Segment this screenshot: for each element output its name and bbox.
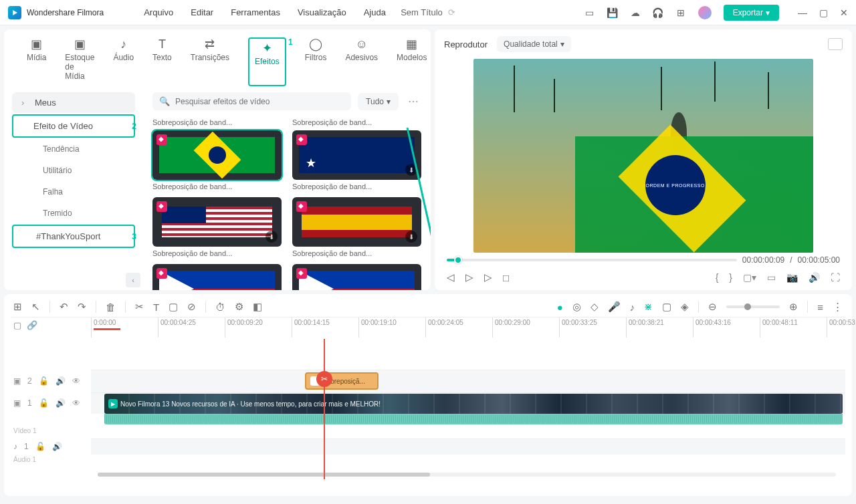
menu-file[interactable]: Arquivo	[144, 7, 173, 17]
zoom-out-icon[interactable]: ⊖	[708, 301, 717, 313]
speed-icon[interactable]: ⏱	[215, 301, 225, 313]
audio-track-icon[interactable]: ♪	[13, 442, 17, 451]
next-frame-button[interactable]: ▷	[465, 271, 473, 283]
play-button[interactable]: ▷	[484, 271, 492, 283]
apps-icon[interactable]: ⊞	[675, 7, 686, 18]
effect-card-spain[interactable]: ⬇ Sobreposição de band...	[292, 197, 421, 261]
marker-icon[interactable]: ◈	[681, 301, 689, 313]
mute-icon[interactable]: 🔊	[56, 376, 66, 386]
timeline-ruler[interactable]: 0:00:00 00:00:04:25 00:00:09:20 00:00:14…	[91, 318, 845, 338]
mute-icon[interactable]: 🔊	[56, 398, 66, 408]
grid-icon[interactable]: ⊞	[13, 301, 22, 313]
playhead[interactable]: ✂	[324, 339, 325, 479]
headphones-icon[interactable]: 🎧	[653, 7, 663, 18]
video-clip[interactable]: ▶ Novo Filmora 13 Novos recursos de IA ·…	[104, 394, 843, 414]
music-icon[interactable]: ♪	[630, 301, 635, 313]
user-avatar[interactable]	[698, 6, 712, 19]
search-input[interactable]	[175, 97, 344, 106]
camera-icon[interactable]: 📷	[786, 272, 798, 283]
snap-icon[interactable]: ⋇	[644, 301, 653, 313]
split-icon[interactable]: ✂	[316, 371, 332, 387]
stop-button[interactable]: □	[503, 272, 509, 283]
video-preview[interactable]	[473, 59, 813, 253]
more-menu[interactable]: ⋯	[405, 95, 421, 108]
prev-frame-button[interactable]: ◁	[447, 271, 455, 283]
bracket-open-icon[interactable]: {	[716, 272, 719, 283]
ratio-icon[interactable]: ▢▾	[743, 272, 756, 283]
target-icon[interactable]: ◎	[572, 301, 581, 313]
tab-audio[interactable]: ♪Áudio	[113, 37, 134, 86]
sidebar-video-effect[interactable]: Efeito de Vídeo 2	[12, 114, 135, 138]
undo-icon[interactable]: ↶	[60, 301, 68, 313]
zoom-slider[interactable]	[726, 305, 780, 308]
save-icon[interactable]: 💾	[607, 7, 618, 18]
menu-view[interactable]: Visualização	[298, 7, 346, 17]
link-track-icon[interactable]: 🔗	[27, 320, 37, 330]
redo-icon[interactable]: ↷	[78, 301, 86, 313]
pointer-icon[interactable]: ↖	[31, 301, 40, 313]
settings-icon[interactable]: ⋮	[833, 301, 843, 313]
effect-card-ph1[interactable]: ⬇	[152, 264, 282, 290]
audio-waveform[interactable]	[104, 414, 843, 424]
sidebar-utility[interactable]: Utilitário	[12, 160, 135, 180]
menu-edit[interactable]: Editar	[191, 7, 213, 17]
effect-card-usa[interactable]: ⬇ Sobreposição de band...	[152, 197, 282, 261]
cut-icon[interactable]: ✂	[135, 301, 144, 313]
download-icon[interactable]: ⬇	[405, 231, 417, 243]
tab-stock[interactable]: ▣Estoque de Mídia	[65, 37, 94, 86]
link-icon[interactable]: ⊘	[187, 301, 196, 313]
effect-card-brazil[interactable]: Sobreposição de band... Sobreposição de …	[152, 116, 282, 195]
tab-media[interactable]: ▣Mídia	[27, 37, 46, 86]
filter-dropdown[interactable]: Tudo ▾	[358, 93, 399, 110]
adjust-icon[interactable]: ⚙	[235, 301, 243, 313]
sidebar-collapse[interactable]: ‹	[126, 273, 140, 287]
window-maximize[interactable]: ▢	[819, 7, 828, 18]
sidebar-shake[interactable]: Tremido	[12, 203, 135, 223]
lock-icon[interactable]: 🔓	[35, 442, 45, 451]
list-icon[interactable]: ≡	[817, 301, 823, 313]
fullscreen-icon[interactable]: ⛶	[831, 272, 840, 283]
display-icon[interactable]: ▭	[767, 272, 776, 283]
zoom-in-icon[interactable]: ⊕	[789, 301, 798, 313]
export-button[interactable]: Exportar ▾	[724, 5, 779, 21]
sidebar-trending[interactable]: Tendência	[12, 139, 135, 159]
mute-icon[interactable]: 🔊	[52, 442, 62, 451]
menu-help[interactable]: Ajuda	[364, 7, 386, 17]
tab-effects[interactable]: ✦ Efeitos 1	[248, 37, 286, 86]
eye-icon[interactable]: 👁	[72, 376, 80, 386]
window-minimize[interactable]: —	[798, 7, 807, 18]
tab-templates[interactable]: ▦Modelos	[397, 37, 427, 86]
video-track-icon[interactable]: ▣	[13, 398, 21, 408]
color-icon[interactable]: ◧	[253, 301, 262, 313]
sidebar-thankyousport[interactable]: #ThankYouSport 3	[12, 225, 135, 248]
bracket-close-icon[interactable]: }	[729, 272, 732, 283]
tab-transitions[interactable]: ⇄Transições	[191, 37, 229, 86]
lock-icon[interactable]: 🔓	[39, 376, 49, 386]
mic-icon[interactable]: 🎤	[608, 301, 621, 313]
download-icon[interactable]: ⬇	[405, 164, 417, 176]
shield-icon[interactable]: ◇	[591, 301, 599, 313]
eye-icon[interactable]: 👁	[72, 398, 80, 408]
sidebar-meus[interactable]: Meus	[12, 92, 135, 113]
tab-stickers[interactable]: ☺Adesivos	[345, 37, 378, 86]
face-icon[interactable]: ●	[557, 301, 563, 313]
cloud-icon[interactable]: ☁	[630, 7, 641, 18]
playback-slider[interactable]	[447, 259, 737, 261]
timeline-scrollbar[interactable]	[98, 473, 836, 477]
effect-card-australia[interactable]: Sobreposição de band... ⬇ Sobreposição d…	[292, 116, 421, 195]
quality-dropdown[interactable]: Qualidade total ▾	[497, 36, 571, 52]
sidebar-glitch[interactable]: Falha	[12, 182, 135, 202]
volume-icon[interactable]: 🔊	[809, 272, 820, 283]
effect-card-ph2[interactable]: ⬇	[292, 264, 421, 290]
tab-filters[interactable]: ◯Filtros	[305, 37, 327, 86]
frame-icon[interactable]: ▢	[662, 301, 671, 313]
text-tool-icon[interactable]: T	[153, 301, 159, 313]
delete-icon[interactable]: 🗑	[106, 301, 116, 313]
menu-tools[interactable]: Ferramentas	[231, 7, 280, 17]
device-icon[interactable]: ▭	[584, 7, 595, 18]
snapshot-button[interactable]	[828, 38, 843, 50]
crop-icon[interactable]: ▢	[169, 301, 178, 313]
lock-icon[interactable]: 🔓	[39, 398, 49, 408]
tab-text[interactable]: TTexto	[152, 37, 172, 86]
window-close[interactable]: ✕	[840, 7, 848, 18]
